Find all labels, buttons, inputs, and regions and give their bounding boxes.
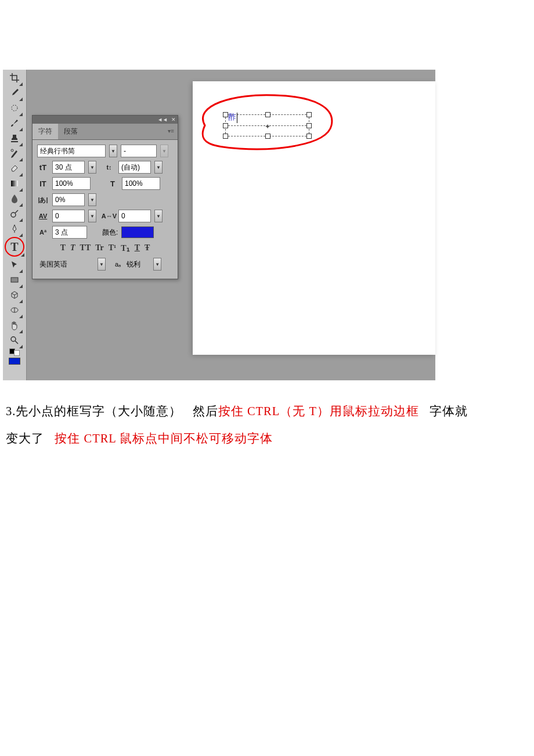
leading-input[interactable]: (自动) <box>118 161 151 174</box>
svg-point-1 <box>11 149 13 152</box>
tools-toolbar: T <box>3 70 27 380</box>
tab-character[interactable]: 字符 <box>33 124 58 139</box>
panel-menu-icon[interactable]: ▾≡ <box>168 128 174 134</box>
svg-point-3 <box>11 213 16 217</box>
pen-tool-icon[interactable] <box>8 222 21 236</box>
tab-paragraph[interactable]: 段落 <box>58 124 84 139</box>
vscale-icon: IT <box>37 179 49 188</box>
kerning-icon: AV <box>37 213 49 219</box>
svg-rect-2 <box>11 181 18 186</box>
path-selection-tool-icon[interactable] <box>8 258 21 272</box>
healing-brush-tool-icon[interactable] <box>8 101 21 115</box>
stamp-tool-icon[interactable] <box>8 131 21 145</box>
italic-button[interactable]: T <box>70 243 75 253</box>
strikethrough-button[interactable]: Ŧ <box>145 243 150 253</box>
tracking-input[interactable]: 0 <box>118 210 151 222</box>
tracking-icon: A↔V <box>103 213 115 219</box>
hscale-icon: T <box>107 179 118 188</box>
red-circle-annotation <box>187 91 337 153</box>
font-style-select[interactable]: - <box>121 145 157 157</box>
leading-icon: t↕ <box>103 164 115 171</box>
dropdown-icon[interactable]: ▼ <box>154 161 163 174</box>
tsume-input[interactable]: 0% <box>52 193 85 206</box>
history-brush-tool-icon[interactable] <box>8 146 21 160</box>
gradient-tool-icon[interactable] <box>8 177 21 190</box>
smallcaps-button[interactable]: Tr <box>95 243 104 253</box>
dropdown-icon[interactable]: ▼ <box>88 210 96 222</box>
dropdown-icon: ▼ <box>160 145 168 157</box>
blur-tool-icon[interactable] <box>8 192 21 206</box>
svg-rect-4 <box>11 278 18 282</box>
subscript-button[interactable]: T₁ <box>121 243 129 253</box>
color-swap-icon[interactable] <box>3 348 26 356</box>
language-select[interactable]: 美国英语 <box>37 258 94 270</box>
instruction-text: 3.先小点的框写字（大小随意） 然后按住 CTRL（无 T）用鼠标拉动边框 字体… <box>6 398 528 452</box>
font-size-input[interactable]: 30 点 <box>52 161 85 174</box>
baseline-input[interactable]: 3 点 <box>52 226 87 239</box>
dropdown-icon[interactable]: ▼ <box>109 145 117 157</box>
text-style-buttons: T T TT Tr T¹ T₁ T Ŧ <box>37 243 173 253</box>
collapse-icon[interactable]: ◄◄ <box>157 117 168 123</box>
font-family-select[interactable]: 经典行书简 <box>37 145 106 157</box>
hscale-input[interactable]: 100% <box>122 177 160 190</box>
foreground-color-icon[interactable] <box>9 358 20 365</box>
photoshop-screenshot: T ◄◄✕ 字符 段落 ▾≡ 经典行书简▼ -▼ tT 30 点▼ t↕ <box>3 70 435 380</box>
rectangle-tool-icon[interactable] <box>8 273 21 287</box>
text-color-swatch[interactable] <box>121 226 154 238</box>
dropdown-icon[interactable]: ▼ <box>154 210 163 222</box>
3d-tool-icon[interactable] <box>8 288 21 302</box>
antialias-select[interactable]: 锐利 <box>124 258 150 270</box>
tsume-icon: |あ| <box>37 196 49 204</box>
dodge-tool-icon[interactable] <box>8 207 21 221</box>
bold-button[interactable]: T <box>60 243 66 253</box>
camera-tool-icon[interactable] <box>8 303 21 317</box>
eyedropper-tool-icon[interactable] <box>8 86 21 100</box>
underline-button[interactable]: T <box>135 243 140 253</box>
dropdown-icon[interactable]: ▼ <box>88 193 96 206</box>
svg-point-0 <box>12 105 17 111</box>
color-label: 颜色: <box>102 228 118 237</box>
panel-titlebar[interactable]: ◄◄✕ <box>33 116 178 124</box>
allcaps-button[interactable]: TT <box>80 243 91 253</box>
panel-tabs: 字符 段落 ▾≡ <box>33 124 178 140</box>
superscript-button[interactable]: T¹ <box>109 243 117 253</box>
dropdown-icon[interactable]: ▼ <box>153 258 161 271</box>
dropdown-icon[interactable]: ▼ <box>98 258 106 271</box>
baseline-icon: Aª <box>37 229 49 236</box>
zoom-tool-icon[interactable] <box>8 333 21 347</box>
vscale-input[interactable]: 100% <box>52 177 91 190</box>
svg-point-6 <box>11 337 16 341</box>
character-panel: ◄◄✕ 字符 段落 ▾≡ 经典行书简▼ -▼ tT 30 点▼ t↕ (自动)▼… <box>32 115 178 279</box>
eraser-tool-icon[interactable] <box>8 161 21 175</box>
crop-tool-icon[interactable] <box>8 71 21 85</box>
type-tool-icon[interactable]: T <box>5 237 24 257</box>
font-size-icon: tT <box>37 163 49 172</box>
kerning-input[interactable]: 0 <box>52 210 85 222</box>
brush-tool-icon[interactable] <box>8 116 21 130</box>
hand-tool-icon[interactable] <box>8 318 21 332</box>
dropdown-icon[interactable]: ▼ <box>88 161 96 174</box>
close-icon[interactable]: ✕ <box>171 117 176 123</box>
